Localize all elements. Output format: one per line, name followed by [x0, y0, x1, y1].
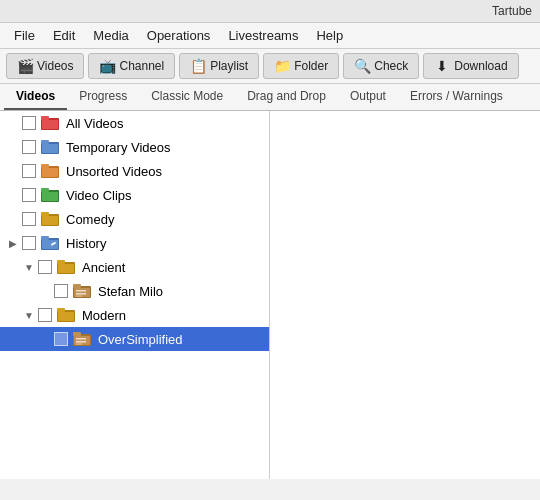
svg-rect-14	[42, 216, 58, 225]
expand-btn-unsorted-videos	[6, 164, 20, 178]
svg-rect-23	[73, 284, 81, 288]
tree-item-modern[interactable]: ▼ Modern	[0, 303, 269, 327]
item-label-all-videos: All Videos	[66, 116, 124, 131]
tree-item-temporary-videos[interactable]: Temporary Videos	[0, 135, 269, 159]
svg-rect-27	[76, 296, 82, 297]
toolbar-channel-label: Channel	[119, 59, 164, 73]
item-label-modern: Modern	[82, 308, 126, 323]
channel-icon: 📺	[99, 58, 115, 74]
folder-icon-oversimplified	[73, 331, 93, 347]
tab-progress[interactable]: Progress	[67, 84, 139, 110]
expand-btn-modern[interactable]: ▼	[22, 308, 36, 322]
folder-icon: 📁	[274, 58, 290, 74]
item-label-stefan-milo: Stefan Milo	[98, 284, 163, 299]
svg-rect-5	[42, 144, 58, 153]
menu-help[interactable]: Help	[308, 25, 351, 46]
folder-icon-stefan-milo	[73, 283, 93, 299]
checkbox-temporary-videos[interactable]	[22, 140, 36, 154]
svg-rect-34	[76, 338, 86, 340]
tab-errors-warnings[interactable]: Errors / Warnings	[398, 84, 515, 110]
checkbox-unsorted-videos[interactable]	[22, 164, 36, 178]
tab-output[interactable]: Output	[338, 84, 398, 110]
menu-file[interactable]: File	[6, 25, 43, 46]
toolbar-download-button[interactable]: ⬇Download	[423, 53, 518, 79]
tree-item-ancient[interactable]: ▼ Ancient	[0, 255, 269, 279]
checkbox-video-clips[interactable]	[22, 188, 36, 202]
tab-drag-and-drop[interactable]: Drag and Drop	[235, 84, 338, 110]
expand-btn-ancient[interactable]: ▼	[22, 260, 36, 274]
svg-rect-8	[42, 168, 58, 177]
svg-rect-7	[41, 164, 49, 168]
item-label-unsorted-videos: Unsorted Videos	[66, 164, 162, 179]
menu-livestreams[interactable]: Livestreams	[220, 25, 306, 46]
svg-rect-26	[76, 293, 86, 295]
item-label-comedy: Comedy	[66, 212, 114, 227]
svg-rect-13	[41, 212, 49, 216]
toolbar-download-label: Download	[454, 59, 507, 73]
toolbar-videos-button[interactable]: 🎬Videos	[6, 53, 84, 79]
videos-icon: 🎬	[17, 58, 33, 74]
toolbar-playlist-button[interactable]: 📋Playlist	[179, 53, 259, 79]
svg-rect-32	[73, 332, 81, 336]
main-content: All Videos Temporary Videos Unsorted Vid…	[0, 111, 540, 479]
item-label-video-clips: Video Clips	[66, 188, 132, 203]
checkbox-comedy[interactable]	[22, 212, 36, 226]
menu-bar: FileEditMediaOperationsLivestreamsHelp	[0, 23, 540, 49]
check-icon: 🔍	[354, 58, 370, 74]
svg-rect-36	[76, 344, 82, 345]
checkbox-oversimplified[interactable]	[54, 332, 68, 346]
download-icon: ⬇	[434, 58, 450, 74]
toolbar-folder-label: Folder	[294, 59, 328, 73]
folder-icon-modern	[57, 307, 77, 323]
tree-panel[interactable]: All Videos Temporary Videos Unsorted Vid…	[0, 111, 270, 479]
toolbar-playlist-label: Playlist	[210, 59, 248, 73]
tab-classic-mode[interactable]: Classic Mode	[139, 84, 235, 110]
expand-btn-stefan-milo	[38, 284, 52, 298]
svg-rect-25	[76, 290, 86, 292]
tree-item-history[interactable]: ▶ History	[0, 231, 269, 255]
item-label-temporary-videos: Temporary Videos	[66, 140, 171, 155]
svg-rect-16	[41, 236, 49, 240]
folder-icon-ancient	[57, 259, 77, 275]
checkbox-ancient[interactable]	[38, 260, 52, 274]
tab-videos[interactable]: Videos	[4, 84, 67, 110]
menu-edit[interactable]: Edit	[45, 25, 83, 46]
folder-icon-video-clips	[41, 187, 61, 203]
menu-media[interactable]: Media	[85, 25, 136, 46]
tree-item-comedy[interactable]: Comedy	[0, 207, 269, 231]
tree-item-all-videos[interactable]: All Videos	[0, 111, 269, 135]
item-label-oversimplified: OverSimplified	[98, 332, 183, 347]
item-label-ancient: Ancient	[82, 260, 125, 275]
expand-btn-history[interactable]: ▶	[6, 236, 20, 250]
folder-icon-comedy	[41, 211, 61, 227]
tree-item-unsorted-videos[interactable]: Unsorted Videos	[0, 159, 269, 183]
tree-item-stefan-milo[interactable]: Stefan Milo	[0, 279, 269, 303]
folder-icon-temporary-videos	[41, 139, 61, 155]
right-panel	[270, 111, 540, 479]
checkbox-all-videos[interactable]	[22, 116, 36, 130]
app-title: Tartube	[492, 4, 532, 18]
title-bar: Tartube	[0, 0, 540, 23]
toolbar-channel-button[interactable]: 📺Channel	[88, 53, 175, 79]
expand-btn-temporary-videos	[6, 140, 20, 154]
svg-rect-2	[42, 120, 58, 129]
menu-operations[interactable]: Operations	[139, 25, 219, 46]
svg-rect-1	[41, 116, 49, 120]
svg-rect-21	[58, 264, 74, 273]
tree-item-oversimplified[interactable]: OverSimplified	[0, 327, 269, 351]
toolbar-videos-label: Videos	[37, 59, 73, 73]
expand-btn-video-clips	[6, 188, 20, 202]
svg-rect-30	[58, 312, 74, 321]
svg-rect-11	[42, 192, 58, 201]
checkbox-stefan-milo[interactable]	[54, 284, 68, 298]
checkbox-modern[interactable]	[38, 308, 52, 322]
toolbar-check-label: Check	[374, 59, 408, 73]
svg-rect-35	[76, 341, 86, 343]
toolbar-folder-button[interactable]: 📁Folder	[263, 53, 339, 79]
checkbox-history[interactable]	[22, 236, 36, 250]
folder-icon-unsorted-videos	[41, 163, 61, 179]
tree-item-video-clips[interactable]: Video Clips	[0, 183, 269, 207]
toolbar-check-button[interactable]: 🔍Check	[343, 53, 419, 79]
playlist-icon: 📋	[190, 58, 206, 74]
item-label-history: History	[66, 236, 106, 251]
